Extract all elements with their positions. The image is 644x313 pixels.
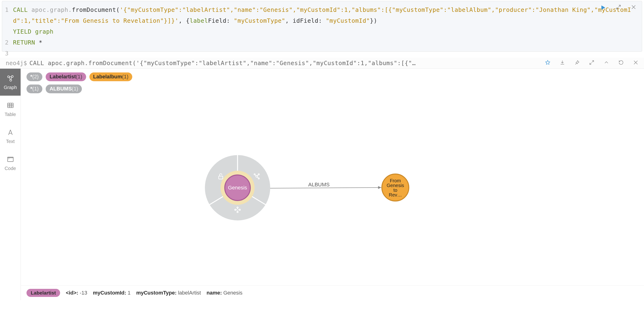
footer-prop-mycustomtype: myCustomType: labelArtist [136, 290, 201, 296]
rerun-icon[interactable] [618, 60, 624, 67]
svg-point-2 [10, 79, 12, 81]
expand-icon[interactable] [616, 5, 621, 11]
sidebar-item-code[interactable]: Code [0, 150, 20, 177]
svg-text:Genesis: Genesis [228, 185, 247, 191]
executed-query[interactable]: CALL apoc.graph.fromDocument('{"myCustom… [29, 60, 545, 67]
result-header: neo4j$ CALL apoc.graph.fromDocument('{"m… [0, 58, 644, 69]
svg-point-1 [11, 76, 13, 77]
footer-label-badge[interactable]: Labelartist [26, 289, 60, 297]
svg-line-5 [269, 187, 382, 188]
pin-icon[interactable] [574, 60, 580, 67]
node-artist-context-menu[interactable]: Genesis [205, 155, 270, 220]
sidebar-item-label: Text [6, 139, 15, 144]
view-sidebar: Graph Table Text Code [0, 69, 21, 300]
sidebar-item-text[interactable]: Text [0, 123, 20, 150]
close-icon[interactable] [631, 5, 636, 11]
svg-text:ALBUMS: ALBUMS [308, 182, 330, 187]
table-icon [6, 101, 14, 109]
code-text[interactable]: CALL apoc.graph.fromDocument('{"myCustom… [13, 5, 637, 48]
graph-icon [6, 74, 14, 82]
sidebar-item-graph[interactable]: Graph [0, 69, 20, 96]
line-numbers: 1 2 3 [5, 5, 8, 59]
download-icon[interactable] [560, 60, 565, 67]
svg-text:Rev…: Rev… [389, 192, 402, 197]
svg-text:Genesis: Genesis [386, 183, 404, 188]
sidebar-item-table[interactable]: Table [0, 96, 20, 123]
collapse-up-icon[interactable] [604, 60, 609, 67]
node-inspector: Labelartist <id>: -13 myCustomId: 1 myCu… [21, 285, 644, 300]
svg-marker-6 [378, 186, 382, 189]
favorite-icon[interactable] [545, 60, 550, 67]
code-icon [6, 155, 14, 163]
svg-text:From: From [390, 178, 401, 183]
relationship-albums[interactable]: ALBUMS [269, 182, 382, 189]
graph-canvas[interactable]: ALBUMS From Genesis to Rev… [21, 69, 644, 300]
query-editor[interactable]: 1 2 3 CALL apoc.graph.fromDocument('{"my… [2, 1, 642, 52]
expand-result-icon[interactable] [589, 60, 594, 67]
sidebar-item-label: Graph [4, 85, 17, 90]
run-button[interactable] [600, 5, 606, 11]
sidebar-item-label: Table [5, 112, 16, 117]
node-album[interactable]: From Genesis to Rev… [382, 174, 409, 201]
footer-prop-mycustomid: myCustomId: 1 [93, 290, 130, 296]
footer-prop-name: name: Genesis [206, 290, 242, 296]
sidebar-item-label: Code [5, 166, 16, 171]
prompt-label: neo4j$ [6, 60, 27, 67]
svg-rect-3 [8, 103, 13, 108]
footer-id: <id>: -13 [66, 290, 87, 296]
close-result-icon[interactable] [633, 60, 638, 67]
text-icon [6, 128, 14, 136]
svg-text:to: to [394, 187, 398, 193]
